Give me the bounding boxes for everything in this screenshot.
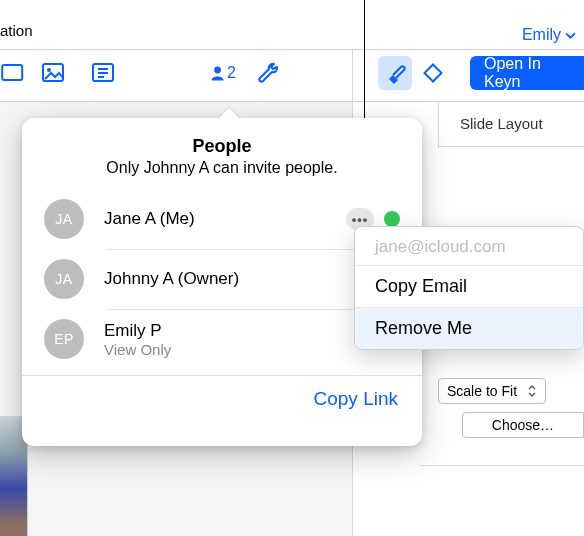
app-root: { "header": { "doc_title_fragment": "ati… bbox=[0, 0, 584, 536]
popover-subtitle: Only Johnny A can invite people. bbox=[42, 159, 402, 177]
avatar: EP bbox=[44, 319, 84, 359]
text-tool-icon[interactable] bbox=[90, 60, 116, 86]
choose-label: Choose… bbox=[492, 417, 554, 433]
current-user-menu[interactable]: Emily bbox=[522, 26, 576, 44]
context-menu: jane@icloud.com Copy Email Remove Me bbox=[354, 226, 584, 350]
copy-link-label: Copy Link bbox=[314, 388, 399, 409]
person-name: Emily P bbox=[104, 321, 384, 341]
presence-dot-green bbox=[384, 211, 400, 227]
header-divider bbox=[0, 49, 584, 50]
svg-rect-0 bbox=[2, 65, 22, 80]
collaboration-button[interactable]: 2 bbox=[210, 60, 236, 86]
person-role: View Only bbox=[104, 341, 384, 358]
shape-tool-icon[interactable] bbox=[0, 60, 26, 86]
popover-title: People bbox=[42, 136, 402, 157]
scale-to-fit-select[interactable]: Scale to Fit bbox=[438, 378, 546, 404]
document-title-fragment: ation bbox=[0, 22, 33, 39]
avatar: JA bbox=[44, 259, 84, 299]
panel-tab-divider bbox=[438, 102, 439, 148]
animate-icon[interactable] bbox=[420, 60, 446, 86]
open-in-keynote-button[interactable]: Open In Keyn bbox=[470, 56, 584, 90]
tools-icon[interactable] bbox=[256, 60, 282, 86]
inspector-divider bbox=[438, 146, 584, 147]
svg-point-2 bbox=[47, 68, 51, 72]
image-tool-icon[interactable] bbox=[40, 60, 66, 86]
current-user-name: Emily bbox=[522, 26, 561, 44]
avatar: JA bbox=[44, 199, 84, 239]
slide-layout-tab[interactable]: Slide Layout bbox=[460, 115, 543, 132]
chevron-down-icon bbox=[565, 30, 576, 41]
format-brush-icon[interactable] bbox=[378, 56, 412, 90]
copy-email-item[interactable]: Copy Email bbox=[355, 266, 583, 307]
remove-me-item[interactable]: Remove Me bbox=[355, 308, 583, 349]
choose-button[interactable]: Choose… bbox=[462, 412, 584, 438]
inspector-divider-2 bbox=[420, 465, 584, 466]
copy-link-row[interactable]: Copy Link bbox=[22, 376, 422, 422]
open-in-keynote-label: Open In Keyn bbox=[484, 55, 570, 91]
svg-point-7 bbox=[214, 67, 221, 74]
context-email: jane@icloud.com bbox=[355, 227, 583, 266]
person-name: Jane A (Me) bbox=[104, 209, 346, 229]
person-icon bbox=[210, 62, 225, 84]
collaborator-count: 2 bbox=[227, 64, 236, 82]
svg-rect-8 bbox=[425, 65, 442, 82]
scale-to-fit-label: Scale to Fit bbox=[447, 383, 517, 399]
updown-icon bbox=[527, 384, 537, 398]
